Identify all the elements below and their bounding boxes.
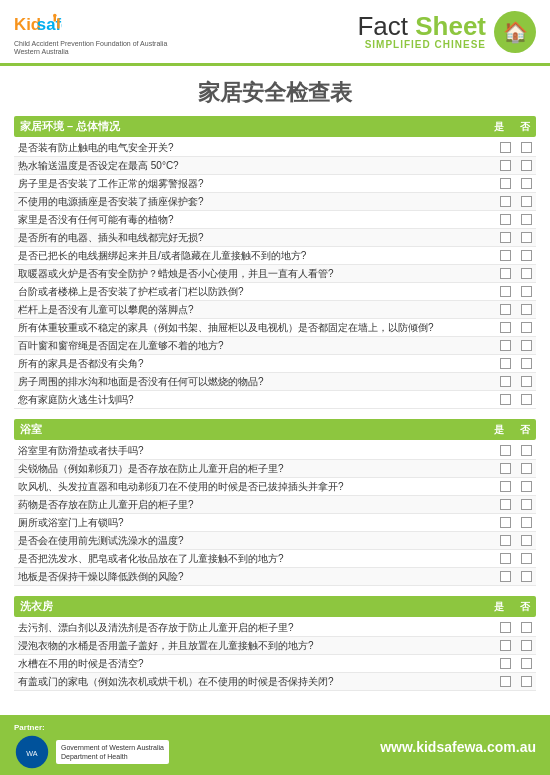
checklist-text: 厕所或浴室门上有锁吗? (18, 516, 496, 529)
checklist-boxes (496, 232, 532, 243)
checkbox-yes[interactable] (500, 571, 511, 582)
checkbox-no[interactable] (521, 481, 532, 492)
checklist-boxes (496, 268, 532, 279)
checkbox-yes[interactable] (500, 394, 511, 405)
checkbox-no[interactable] (521, 214, 532, 225)
checklist-boxes (496, 142, 532, 153)
checkbox-yes[interactable] (500, 445, 511, 456)
checkbox-yes[interactable] (500, 463, 511, 474)
checkbox-no[interactable] (521, 445, 532, 456)
checkbox-yes[interactable] (500, 268, 511, 279)
checkbox-no[interactable] (521, 535, 532, 546)
checkbox-no[interactable] (521, 304, 532, 315)
checklist-item: 厕所或浴室门上有锁吗? (14, 514, 536, 532)
checkbox-no[interactable] (521, 196, 532, 207)
checklist-item: 是否所有的电器、插头和电线都完好无损? (14, 229, 536, 247)
checklist-boxes (496, 658, 532, 669)
checkbox-no[interactable] (521, 286, 532, 297)
checkbox-no[interactable] (521, 499, 532, 510)
checkbox-no[interactable] (521, 640, 532, 651)
checklist-text: 是否装有防止触电的电气安全开关? (18, 141, 496, 154)
checkbox-no[interactable] (521, 160, 532, 171)
fact-sheet-subtitle: SIMPLIFIED CHINESE (357, 39, 486, 50)
col-no-home-environment: 否 (520, 120, 530, 134)
logo-area: Kid safe Child Accident Prevention Found… (14, 8, 167, 55)
checkbox-yes[interactable] (500, 322, 511, 333)
checklist-item: 是否装有防止触电的电气安全开关? (14, 139, 536, 157)
checkbox-no[interactable] (521, 178, 532, 189)
checklist-text: 吹风机、头发拉直器和电动剃须刀在不使用的时候是否已拔掉插头并拿开? (18, 480, 496, 493)
checklist-text: 去污剂、漂白剂以及清洗剂是否存放于防止儿童开启的柜子里? (18, 621, 496, 634)
col-no-bathroom: 否 (520, 423, 530, 437)
checklist-text: 药物是否存放在防止儿童开启的柜子里? (18, 498, 496, 511)
checkbox-no[interactable] (521, 658, 532, 669)
fact-sheet-text: Fact Sheet SIMPLIFIED CHINESE (357, 13, 486, 50)
fact-sheet-area: Fact Sheet SIMPLIFIED CHINESE 🏠 (357, 11, 536, 53)
footer-logos: WA Government of Western Australia Depar… (14, 734, 169, 770)
checklist-text: 尖锐物品（例如剃须刀）是否存放在防止儿童开启的柜子里? (18, 462, 496, 475)
checklist-text: 您有家庭防火逃生计划吗? (18, 393, 496, 406)
checkbox-yes[interactable] (500, 232, 511, 243)
wa-coat-arms: WA (14, 734, 50, 770)
checkbox-yes[interactable] (500, 196, 511, 207)
checkbox-yes[interactable] (500, 553, 511, 564)
checklist-item: 栏杆上是否没有儿童可以攀爬的落脚点? (14, 301, 536, 319)
svg-rect-2 (57, 18, 59, 29)
section-bathroom: 浴室是否浴室里有防滑垫或者扶手吗?尖锐物品（例如剃须刀）是否存放在防止儿童开启的… (14, 419, 536, 586)
checklist-text: 热水输送温度是否设定在最高 50°C? (18, 159, 496, 172)
checkbox-yes[interactable] (500, 658, 511, 669)
checkbox-no[interactable] (521, 376, 532, 387)
checklist-text: 房子里是否安装了工作正常的烟雾警报器? (18, 177, 496, 190)
col-yes-home-environment: 是 (494, 120, 504, 134)
checklist-item: 房子周围的排水沟和地面是否没有任何可以燃烧的物品? (14, 373, 536, 391)
checkbox-yes[interactable] (500, 178, 511, 189)
checkbox-no[interactable] (521, 571, 532, 582)
checkbox-yes[interactable] (500, 160, 511, 171)
checkbox-yes[interactable] (500, 142, 511, 153)
section-title-bathroom: 浴室 (20, 422, 42, 437)
checkbox-no[interactable] (521, 322, 532, 333)
checkbox-yes[interactable] (500, 358, 511, 369)
checkbox-yes[interactable] (500, 640, 511, 651)
fact-sheet-title: Fact Sheet (357, 13, 486, 39)
checkbox-no[interactable] (521, 268, 532, 279)
logo-subtitle: Child Accident Prevention Foundation of … (14, 40, 167, 48)
checkbox-yes[interactable] (500, 535, 511, 546)
checkbox-yes[interactable] (500, 286, 511, 297)
checkbox-yes[interactable] (500, 517, 511, 528)
checkbox-yes[interactable] (500, 481, 511, 492)
checklist-text: 浴室里有防滑垫或者扶手吗? (18, 444, 496, 457)
checkbox-yes[interactable] (500, 376, 511, 387)
checkbox-no[interactable] (521, 250, 532, 261)
checklist-boxes (496, 358, 532, 369)
footer-website: www.kidsafewa.com.au (380, 739, 536, 755)
checkbox-yes[interactable] (500, 499, 511, 510)
checklist-item: 有盖或门的家电（例如洗衣机或烘干机）在不使用的时候是否保持关闭? (14, 673, 536, 691)
checklist-item: 是否把洗发水、肥皂或者化妆品放在了儿童接触不到的地方? (14, 550, 536, 568)
checklist-text: 所有体重较重或不稳定的家具（例如书架、抽屉柜以及电视机）是否都固定在墙上，以防倾… (18, 321, 496, 334)
checklist-item: 浸泡衣物的水桶是否用盖子盖好，并且放置在儿童接触不到的地方? (14, 637, 536, 655)
checkbox-no[interactable] (521, 463, 532, 474)
checkbox-no[interactable] (521, 232, 532, 243)
checkbox-yes[interactable] (500, 340, 511, 351)
svg-point-4 (53, 14, 57, 18)
checklist-text: 地板是否保持干燥以降低跌倒的风险? (18, 570, 496, 583)
checklist-text: 有盖或门的家电（例如洗衣机或烘干机）在不使用的时候是否保持关闭? (18, 675, 496, 688)
checkbox-no[interactable] (521, 340, 532, 351)
checkbox-no[interactable] (521, 394, 532, 405)
checklist-boxes (496, 250, 532, 261)
checkbox-no[interactable] (521, 553, 532, 564)
checklist-item: 地板是否保持干燥以降低跌倒的风险? (14, 568, 536, 586)
checkbox-yes[interactable] (500, 214, 511, 225)
checkbox-no[interactable] (521, 622, 532, 633)
checkbox-yes[interactable] (500, 250, 511, 261)
checkbox-no[interactable] (521, 142, 532, 153)
checkbox-no[interactable] (521, 517, 532, 528)
checkbox-yes[interactable] (500, 676, 511, 687)
checklist-boxes (496, 553, 532, 564)
checkbox-yes[interactable] (500, 304, 511, 315)
checkbox-no[interactable] (521, 358, 532, 369)
checkbox-no[interactable] (521, 676, 532, 687)
checkbox-yes[interactable] (500, 622, 511, 633)
checklist-boxes (496, 499, 532, 510)
